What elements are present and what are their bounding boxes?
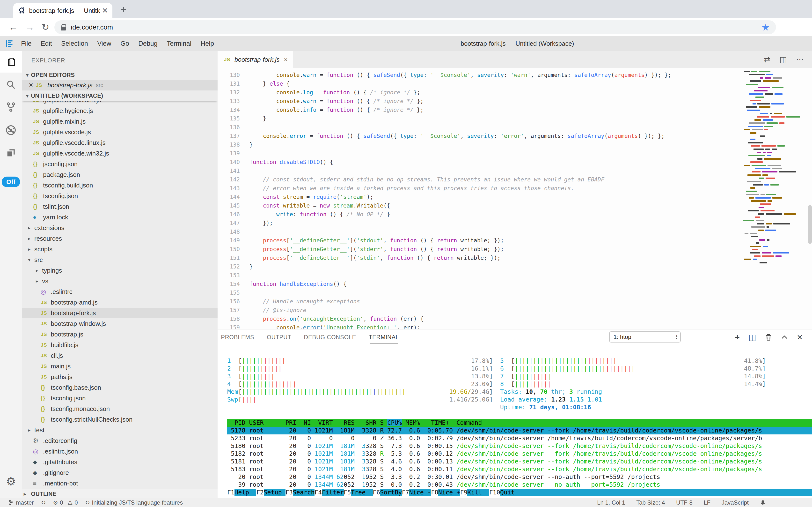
tree-item-label: buildfile.js bbox=[51, 341, 78, 349]
menu-go[interactable]: Go bbox=[116, 40, 134, 47]
explorer-sidebar: EXPLORER ▾ OPEN EDITORS ✕ JS bootstrap-f… bbox=[22, 51, 217, 498]
tree-item-package.json[interactable]: {}package.json bbox=[22, 169, 217, 180]
tree-item-typings[interactable]: ▸typings bbox=[22, 265, 217, 276]
reload-icon[interactable]: ↻ bbox=[42, 21, 49, 33]
terminal-htop[interactable]: 1 [|||||||||||| 17.8%] 5 [||||||||||||||… bbox=[227, 357, 812, 499]
panel-tab-problems[interactable]: PROBLEMS bbox=[221, 330, 255, 344]
tree-item-bootstrap.js[interactable]: JSbootstrap.js bbox=[22, 329, 217, 340]
tree-item-gulpfile.hygiene.js[interactable]: JSgulpfile.hygiene.js bbox=[22, 106, 217, 116]
tree-item-vs[interactable]: ▸vs bbox=[22, 276, 217, 286]
menu-help[interactable]: Help bbox=[196, 40, 219, 47]
tree-item-tsconfig.build.json[interactable]: {}tsconfig.build.json bbox=[22, 180, 217, 190]
editor-scrollbar[interactable] bbox=[808, 205, 812, 244]
debug-disabled-icon[interactable] bbox=[0, 119, 22, 141]
tree-item-gulpfile.mixin.js[interactable]: JSgulpfile.mixin.js bbox=[22, 116, 217, 127]
tree-item-tsconfig.base.json[interactable]: {}tsconfig.base.json bbox=[22, 382, 217, 393]
extensions-icon[interactable] bbox=[0, 142, 22, 164]
menu-selection[interactable]: Selection bbox=[57, 40, 92, 47]
tree-item-.eslintrc.json[interactable]: ◎.eslintrc.json bbox=[22, 446, 217, 457]
menu-view[interactable]: View bbox=[92, 40, 116, 47]
menu-file[interactable]: File bbox=[16, 40, 36, 47]
back-icon[interactable]: ← bbox=[9, 21, 18, 33]
tree-item-jsconfig.json[interactable]: {}jsconfig.json bbox=[22, 159, 217, 169]
problems-item[interactable]: ⊗0 ⚠0 bbox=[53, 499, 78, 506]
forward-icon[interactable]: → bbox=[25, 21, 34, 33]
tree-item-main.js[interactable]: JSmain.js bbox=[22, 361, 217, 372]
tree-item-yarn.lock[interactable]: ●yarn.lock bbox=[22, 212, 217, 223]
menu-edit[interactable]: Edit bbox=[36, 40, 57, 47]
editor-tab-bootstrap-fork[interactable]: JS bootstrap-fork.js × bbox=[217, 51, 293, 68]
tree-item-test[interactable]: ▸test bbox=[22, 425, 217, 435]
panel-tab-output[interactable]: OUTPUT bbox=[266, 330, 292, 344]
off-toggle-badge[interactable]: Off bbox=[2, 177, 20, 187]
tree-item-tsconfig.json[interactable]: {}tsconfig.json bbox=[22, 393, 217, 403]
menu-debug[interactable]: Debug bbox=[134, 40, 162, 47]
open-changes-icon[interactable]: ⇄ bbox=[764, 55, 770, 64]
tree-item-extensions[interactable]: ▸extensions bbox=[22, 223, 217, 233]
tree-item-tslint.json[interactable]: {}tslint.json bbox=[22, 201, 217, 212]
browser-tab[interactable]: bootstrap-fork.js — Untitled (W ✕ bbox=[13, 3, 112, 18]
tree-item-.eslintrc[interactable]: ◎.eslintrc bbox=[22, 286, 217, 297]
language-status-item[interactable]: ↻ Initializing JS/TS language features bbox=[85, 499, 183, 506]
code-editor[interactable]: 130 console.warn = function () { safeSen… bbox=[217, 68, 812, 329]
tree-item-bootstrap-window.js[interactable]: JSbootstrap-window.js bbox=[22, 318, 217, 329]
line-number: 154 bbox=[217, 280, 240, 288]
code-line-158: 158 process.on('uncaughtException', func… bbox=[217, 315, 812, 323]
open-editor-item[interactable]: ✕ JS bootstrap-fork.js src bbox=[22, 80, 217, 91]
explorer-icon[interactable] bbox=[0, 51, 22, 72]
tree-item-bootstrap-fork.js[interactable]: JSbootstrap-fork.js bbox=[22, 308, 217, 318]
minimap[interactable] bbox=[743, 71, 805, 327]
terminal-line-6: Uptime: 71 days, 01:08:16 bbox=[227, 403, 812, 411]
encoding[interactable]: UTF-8 bbox=[676, 499, 693, 506]
tree-item-.mention-bot[interactable]: ≡.mention-bot bbox=[22, 478, 217, 489]
tree-item-gulpfile.vscode.js[interactable]: JSgulpfile.vscode.js bbox=[22, 127, 217, 137]
indentation[interactable]: Tab Size: 4 bbox=[636, 499, 665, 506]
tree-item-.editorconfig[interactable]: ⚙.editorconfig bbox=[22, 435, 217, 446]
tree-item-cli.js[interactable]: JScli.js bbox=[22, 350, 217, 361]
settings-gear-icon[interactable]: ⚙ bbox=[0, 473, 22, 490]
panel-tab-debug-console[interactable]: DEBUG CONSOLE bbox=[303, 330, 357, 344]
tree-item-tsconfig.json[interactable]: {}tsconfig.json bbox=[22, 190, 217, 201]
terminal-select[interactable]: 1: htop ▴▾ bbox=[609, 331, 681, 342]
tab-close-icon[interactable]: ✕ bbox=[102, 7, 108, 14]
maximize-panel-icon[interactable] bbox=[781, 334, 788, 341]
url-bar[interactable]: ide.coder.com ★ bbox=[54, 20, 776, 34]
code-line-139: 139 bbox=[217, 149, 812, 158]
tree-item-buildfile.js[interactable]: JSbuildfile.js bbox=[22, 340, 217, 350]
tree-item-bootstrap-amd.js[interactable]: JSbootstrap-amd.js bbox=[22, 297, 217, 308]
search-icon[interactable] bbox=[0, 74, 22, 96]
code-line-157: 157 // @ts-ignore bbox=[217, 306, 812, 315]
split-editor-icon[interactable]: ◫ bbox=[779, 55, 787, 64]
tree-item-paths.js[interactable]: JSpaths.js bbox=[22, 372, 217, 382]
tree-item-.gitattributes[interactable]: ◆.gitattributes bbox=[22, 457, 217, 467]
new-terminal-icon[interactable]: + bbox=[735, 333, 740, 342]
language-mode[interactable]: JavaScript bbox=[722, 499, 749, 506]
tree-item-scripts[interactable]: ▸scripts bbox=[22, 244, 217, 255]
notifications-bell-icon[interactable] bbox=[760, 500, 766, 506]
close-icon[interactable]: ✕ bbox=[28, 82, 36, 89]
eol-sequence[interactable]: LF bbox=[704, 499, 710, 506]
tree-item-resources[interactable]: ▸resources bbox=[22, 233, 217, 244]
bookmark-star-icon[interactable]: ★ bbox=[761, 22, 770, 33]
tree-item-src[interactable]: ▾src bbox=[22, 255, 217, 265]
sync-icon[interactable]: ↻ bbox=[41, 499, 46, 506]
more-actions-icon[interactable]: ⋯ bbox=[796, 55, 804, 64]
git-branch-item[interactable]: master bbox=[8, 499, 34, 506]
open-editors-header[interactable]: ▾ OPEN EDITORS bbox=[22, 70, 217, 80]
panel-tab-terminal[interactable]: TERMINAL bbox=[368, 330, 399, 344]
new-tab-button[interactable]: + bbox=[120, 3, 127, 15]
kill-terminal-icon[interactable] bbox=[765, 333, 772, 341]
menu-terminal[interactable]: Terminal bbox=[162, 40, 196, 47]
tree-item-tsconfig.monaco.json[interactable]: {}tsconfig.monaco.json bbox=[22, 403, 217, 414]
source-control-icon[interactable] bbox=[0, 96, 22, 118]
tree-item-gulpfile.vscode.linux.js[interactable]: JSgulpfile.vscode.linux.js bbox=[22, 137, 217, 148]
split-terminal-icon[interactable]: ◫ bbox=[748, 332, 756, 342]
tree-item-tsconfig.strictNullChecks.json[interactable]: {}tsconfig.strictNullChecks.json bbox=[22, 414, 217, 425]
tree-item-.gitignore[interactable]: ◆.gitignore bbox=[22, 467, 217, 478]
close-panel-icon[interactable]: ✕ bbox=[797, 333, 803, 342]
outline-header[interactable]: ▸ OUTLINE bbox=[22, 489, 217, 498]
tree-item-gulpfile.vscode.win32.js[interactable]: JSgulpfile.vscode.win32.js bbox=[22, 148, 217, 159]
cursor-position[interactable]: Ln 1, Col 1 bbox=[597, 499, 625, 506]
tab-close-icon[interactable]: × bbox=[284, 56, 288, 63]
workspace-header[interactable]: ▾ UNTITLED (WORKSPACE) bbox=[22, 91, 217, 101]
